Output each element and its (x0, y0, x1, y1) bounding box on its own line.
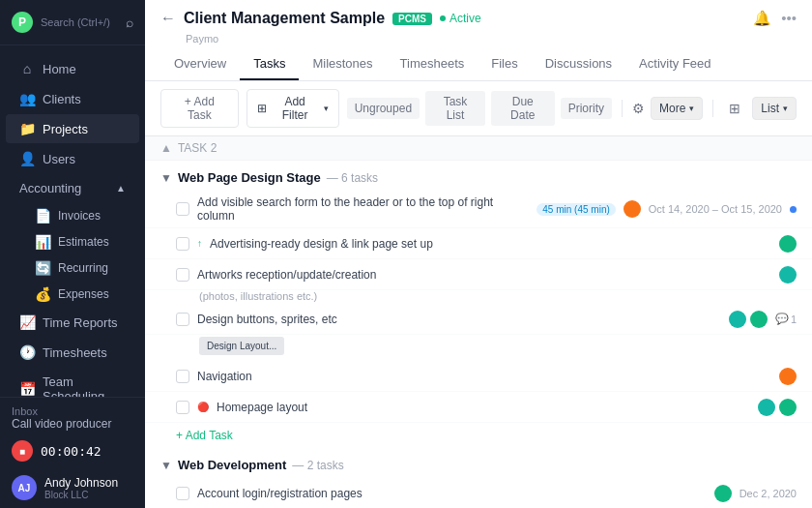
sidebar-item-label: Estimates (58, 235, 109, 249)
add-task-button[interactable]: + Add Task (160, 89, 239, 128)
tabs: Overview Tasks Milestones Timesheets Fil… (160, 48, 797, 80)
toolbar-right: Ungrouped Task List Due Date Priority ⚙ … (347, 91, 797, 126)
chevron-down-icon: ▾ (689, 104, 694, 113)
sidebar-item-invoices[interactable]: 📄 Invoices (27, 203, 139, 228)
timesheets-icon: 🕐 (19, 344, 35, 360)
priority-icon: ↑ (197, 238, 202, 249)
table-row: Account login/registration pages Dec 2, … (145, 478, 812, 508)
tab-overview[interactable]: Overview (160, 48, 240, 80)
more-button[interactable]: More ▾ (651, 97, 703, 120)
sidebar-item-home[interactable]: ⌂ Home (6, 54, 139, 83)
sidebar-item-accounting[interactable]: Accounting ▲ (6, 174, 139, 202)
section-web-development: ▼ Web Development — 2 tasks Account logi… (145, 448, 812, 508)
sidebar-item-projects[interactable]: 📁 Projects (6, 114, 139, 143)
design-layout-preview: Design Layout... (199, 337, 284, 355)
task-checkbox[interactable] (176, 237, 189, 251)
project-title-row: ← Client Management Sample PCMS Active 🔔… (160, 10, 797, 27)
sidebar-item-expenses[interactable]: 💰 Expenses (27, 282, 139, 307)
task-checkbox[interactable] (176, 202, 189, 216)
task-name: Advertising-ready design & link page set… (210, 237, 771, 251)
inbox-item[interactable]: Call video producer (12, 417, 133, 431)
add-task-button[interactable]: + Add Task (145, 423, 812, 448)
accounting-label: Accounting (19, 181, 81, 195)
estimates-icon: 📊 (35, 234, 50, 250)
gear-icon: ⚙ (632, 101, 645, 116)
task-date: Dec 2, 2020 (740, 488, 797, 499)
bell-icon[interactable]: 🔔 (753, 10, 771, 27)
projects-icon: 📁 (19, 121, 35, 136)
sidebar-item-clients[interactable]: 👥 Clients (6, 84, 139, 113)
tab-discussions[interactable]: Discussions (532, 48, 625, 80)
task-count-label: TASK 2 (178, 141, 217, 155)
toolbar: + Add Task ⊞ Add Filter ▾ Ungrouped Task… (145, 81, 812, 136)
sidebar-item-users[interactable]: 👤 Users (6, 144, 139, 173)
project-subtitle: Paymo (160, 33, 797, 45)
chevron-down-icon: ▾ (324, 104, 329, 113)
expenses-icon: 💰 (35, 286, 50, 302)
task-count-bar: ▲ TASK 2 (145, 136, 812, 161)
recurring-icon: 🔄 (35, 260, 50, 276)
avatar (729, 311, 746, 328)
sidebar-item-team-scheduling[interactable]: 📅 Team Scheduling (6, 368, 139, 397)
grid-view-icon[interactable]: ⊞ (723, 97, 746, 120)
tab-activity-feed[interactable]: Activity Feed (625, 48, 724, 80)
task-name: Account login/registration pages (197, 487, 707, 500)
group-due-date[interactable]: Due Date (491, 91, 555, 126)
group-ungrouped[interactable]: Ungrouped (347, 98, 420, 119)
task-name: Artworks reception/update/creation (197, 268, 771, 282)
task-checkbox[interactable] (176, 370, 189, 383)
avatar (624, 200, 641, 218)
back-button[interactable]: ← (160, 10, 176, 27)
header-icons: 🔔 ••• (753, 10, 797, 27)
logo-icon: P (12, 12, 33, 33)
task-checkbox[interactable] (176, 487, 189, 500)
task-checkbox[interactable] (176, 313, 189, 326)
project-status: Active (440, 12, 481, 25)
sidebar-item-label: Invoices (58, 209, 101, 223)
team-scheduling-icon: 📅 (19, 381, 35, 397)
group-priority[interactable]: Priority (561, 98, 612, 119)
sidebar-item-recurring[interactable]: 🔄 Recurring (27, 255, 139, 281)
users-icon: 👤 (19, 151, 35, 166)
section-header-web-page-design: ▼ Web Page Design Stage — 6 tasks (145, 161, 812, 191)
comment-count: 💬 1 (775, 313, 797, 325)
chevron-up-icon: ▲ (116, 183, 126, 194)
sidebar-item-label: Team Scheduling (43, 374, 126, 397)
more-icon[interactable]: ••• (781, 10, 797, 27)
tab-timesheets[interactable]: Timesheets (387, 48, 478, 80)
search-icon[interactable]: ⌕ (126, 15, 133, 30)
invoices-icon: 📄 (35, 208, 50, 224)
search-placeholder: Search (Ctrl+/) (41, 16, 118, 28)
tab-files[interactable]: Files (478, 48, 531, 80)
tab-milestones[interactable]: Milestones (299, 48, 386, 80)
timer-display: 00:00:42 (41, 444, 102, 459)
group-task-list[interactable]: Task List (425, 91, 485, 126)
tab-tasks[interactable]: Tasks (240, 48, 299, 80)
sidebar-item-label: Time Reports (43, 315, 118, 330)
sidebar-item-label: Expenses (58, 287, 109, 301)
timer-stop-button[interactable]: ■ (12, 440, 33, 462)
status-dot (790, 206, 797, 213)
sidebar-item-estimates[interactable]: 📊 Estimates (27, 229, 139, 254)
sidebar-item-time-reports[interactable]: 📈 Time Reports (6, 308, 139, 337)
sidebar-nav: ⌂ Home 👥 Clients 📁 Projects 👤 Users Acco… (0, 45, 145, 397)
divider (622, 100, 623, 117)
chevron-down-icon: ▾ (783, 104, 788, 113)
main-content: ← Client Management Sample PCMS Active 🔔… (145, 0, 812, 508)
collapse-icon[interactable]: ▲ (160, 141, 172, 155)
task-name: Homepage layout (217, 401, 750, 414)
list-view-button[interactable]: List ▾ (752, 97, 797, 120)
section-count: — 2 tasks (292, 459, 343, 472)
project-title: Client Management Sample (184, 10, 385, 27)
task-checkbox[interactable] (176, 268, 189, 282)
sidebar-item-timesheets[interactable]: 🕐 Timesheets (6, 338, 139, 367)
section-collapse-icon2[interactable]: ▼ (160, 459, 172, 472)
priority-alert-icon: 🔴 (197, 402, 209, 412)
task-checkbox[interactable] (176, 401, 189, 414)
section-collapse-icon[interactable]: ▼ (160, 171, 172, 185)
avatar (714, 485, 732, 502)
table-row: Artworks reception/update/creation (145, 259, 812, 290)
avatar (758, 399, 775, 416)
add-filter-button[interactable]: ⊞ Add Filter ▾ (246, 89, 339, 128)
user-section: AJ Andy Johnson Block LLC (0, 467, 145, 508)
